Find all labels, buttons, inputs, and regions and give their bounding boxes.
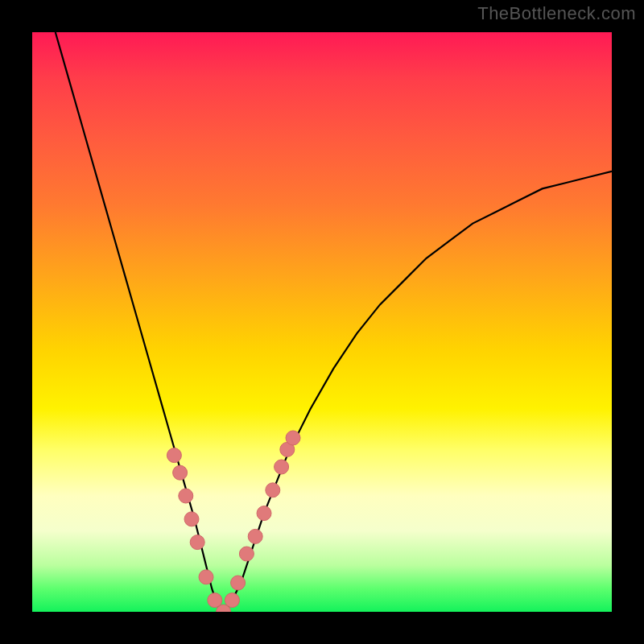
highlight-dot	[266, 483, 280, 497]
highlight-dot	[239, 547, 254, 561]
highlight-dot	[184, 512, 199, 526]
highlight-dot	[286, 431, 300, 445]
highlight-dot	[199, 570, 213, 584]
highlight-dot	[190, 535, 204, 550]
highlight-dot	[275, 460, 289, 474]
highlight-dot	[179, 489, 193, 503]
highlight-dot	[225, 593, 239, 608]
watermark-text: TheBottleneck.com	[477, 3, 636, 24]
highlight-dot	[167, 448, 181, 463]
highlight-dot	[173, 465, 188, 480]
highlight-dot	[257, 506, 271, 521]
chart-frame: TheBottleneck.com	[0, 0, 644, 644]
plot-gradient-area	[32, 32, 612, 612]
highlight-dot	[231, 576, 246, 590]
highlight-dot	[248, 529, 262, 543]
bottleneck-curve-svg	[32, 32, 612, 612]
highlight-dots-group	[167, 431, 300, 612]
bottleneck-curve-path	[56, 32, 612, 612]
